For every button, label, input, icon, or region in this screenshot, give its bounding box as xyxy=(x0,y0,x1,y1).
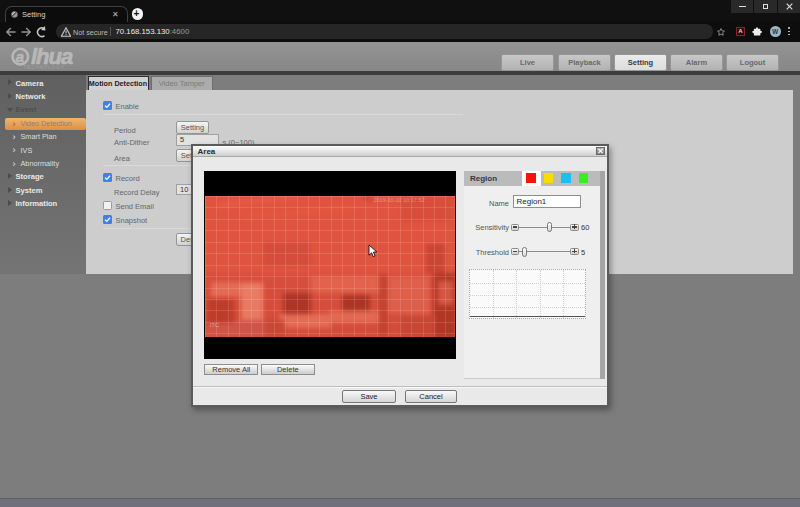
svg-text:TECHNOLOGY: TECHNOLOGY xyxy=(24,64,65,69)
svg-text:a: a xyxy=(16,48,24,65)
